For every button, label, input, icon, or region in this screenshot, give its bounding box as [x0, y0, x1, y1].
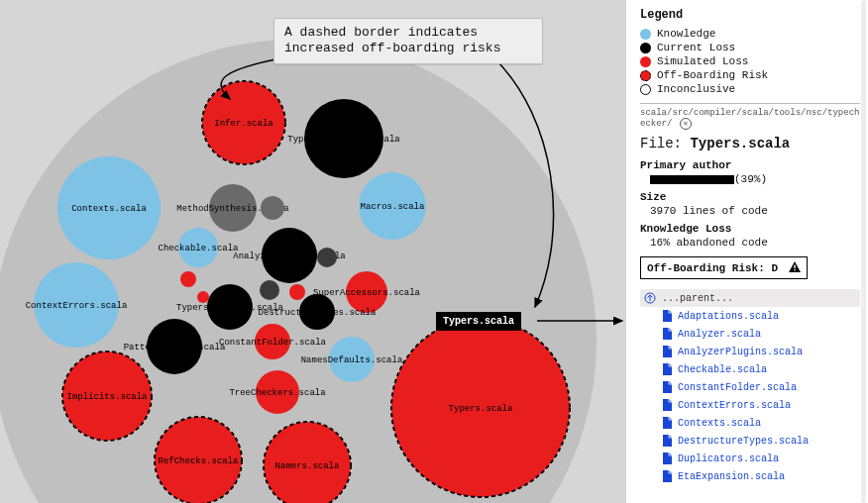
tree-file-label[interactable]: DestructureTypes.scala	[678, 436, 809, 447]
tree-file-row[interactable]: ConstantFolder.scala	[640, 378, 860, 396]
tree-file-row[interactable]: EtaExpansion.scala	[640, 467, 860, 485]
tree-file-label[interactable]: Analyzer.scala	[678, 329, 761, 340]
dashed-circle-icon	[640, 70, 651, 81]
legend-offboarding-risk: Off-Boarding Risk	[640, 69, 860, 81]
breadcrumb-path[interactable]: scala/src/compiler/scala/tools/nsc/typec…	[640, 108, 859, 129]
divider	[640, 103, 860, 104]
knowledge-loss-label: Knowledge Loss	[640, 223, 860, 235]
chart-bubble[interactable]	[147, 319, 202, 374]
legend-simulated-loss: Simulated Loss	[640, 55, 860, 67]
chart-bubble[interactable]	[34, 262, 119, 348]
tree-file-label[interactable]: EtaExpansion.scala	[678, 471, 785, 482]
tree-file-row[interactable]: Analyzer.scala	[640, 325, 860, 343]
chart-bubble[interactable]	[178, 228, 218, 267]
tree-parent-row[interactable]: ...parent...	[640, 289, 860, 307]
file-icon	[662, 381, 672, 393]
chart-bubble[interactable]	[202, 81, 285, 164]
legend-inconclusive: Inconclusive	[640, 83, 860, 95]
chart-bubble[interactable]	[262, 228, 317, 283]
tree-parent-label[interactable]: ...parent...	[662, 293, 733, 304]
tree-file-label[interactable]: Contexts.scala	[678, 418, 761, 429]
legend-label: Knowledge	[657, 28, 715, 40]
chart-bubble[interactable]	[180, 271, 196, 287]
svg-rect-2	[794, 269, 795, 270]
file-icon	[662, 328, 672, 340]
primary-author-value: (39%)	[650, 173, 860, 185]
chart-bubble[interactable]	[255, 324, 290, 359]
circle-icon	[640, 43, 651, 53]
close-icon[interactable]: ✕	[680, 118, 692, 130]
chart-bubble[interactable]	[317, 248, 337, 267]
legend-label: Inconclusive	[657, 83, 735, 95]
chart-bubble[interactable]	[260, 280, 279, 300]
tree-file-label[interactable]: Duplicators.scala	[678, 453, 779, 464]
tree-file-label[interactable]: ConstantFolder.scala	[678, 382, 797, 393]
redacted-text	[650, 175, 734, 184]
warning-icon	[789, 261, 801, 272]
file-icon	[662, 310, 672, 322]
callout-note: A dashed border indicates increased off-…	[273, 18, 543, 64]
legend-title: Legend	[640, 8, 860, 22]
file-tree[interactable]: ...parent... Adaptations.scalaAnalyzer.s…	[640, 289, 860, 485]
circle-icon	[640, 56, 651, 67]
chart-bubble[interactable]	[329, 337, 375, 382]
breadcrumb[interactable]: scala/src/compiler/scala/tools/nsc/typec…	[640, 108, 860, 130]
tree-file-row[interactable]: Duplicators.scala	[640, 450, 860, 467]
chart-bubble[interactable]	[346, 271, 387, 313]
selected-file-chip[interactable]: Typers.scala	[436, 312, 521, 331]
chart-bubble[interactable]	[256, 370, 299, 414]
chart-bubble[interactable]	[391, 319, 570, 497]
file-icon	[662, 346, 672, 357]
file-icon	[662, 470, 672, 482]
page-title: File: Typers.scala	[640, 136, 860, 151]
primary-author-label: Primary author	[640, 159, 860, 171]
tree-file-row[interactable]: Checkable.scala	[640, 360, 860, 378]
tree-file-label[interactable]: Checkable.scala	[678, 364, 767, 375]
legend-label: Simulated Loss	[657, 55, 748, 67]
svg-rect-1	[794, 265, 795, 269]
chart-bubble[interactable]	[155, 417, 242, 503]
chart-bubble[interactable]	[261, 196, 284, 220]
tree-file-row[interactable]: ContextErrors.scala	[640, 396, 860, 414]
legend-label: Current Loss	[657, 42, 735, 53]
up-arrow-icon	[644, 292, 656, 304]
chart-bubble[interactable]	[304, 99, 383, 178]
chart-bubble[interactable]	[289, 284, 305, 300]
file-icon	[662, 363, 672, 375]
legend-current-loss: Current Loss	[640, 42, 860, 53]
tree-file-row[interactable]: DestructureTypes.scala	[640, 432, 860, 450]
tree-file-row[interactable]: AnalyzerPlugins.scala	[640, 343, 860, 360]
circle-icon	[640, 29, 651, 40]
tree-file-label[interactable]: Adaptations.scala	[678, 311, 779, 322]
chart-bubble[interactable]	[207, 284, 253, 330]
size-value: 3970 lines of code	[650, 205, 860, 217]
file-icon	[662, 435, 672, 447]
size-label: Size	[640, 191, 860, 203]
tree-file-row[interactable]: Adaptations.scala	[640, 307, 860, 325]
chart-bubble[interactable]	[197, 291, 209, 303]
legend-label: Off-Boarding Risk	[657, 69, 768, 81]
tree-file-label[interactable]: ContextErrors.scala	[678, 400, 791, 411]
chart-bubble[interactable]	[359, 172, 426, 240]
tree-file-label[interactable]: AnalyzerPlugins.scala	[678, 347, 803, 357]
chart-bubble[interactable]	[62, 352, 152, 441]
legend-knowledge: Knowledge	[640, 28, 860, 40]
bubble-chart[interactable]: Infer.scalaTypeDiagnostics.scalaContexts…	[0, 0, 626, 503]
chart-bubble[interactable]	[209, 184, 257, 232]
file-icon	[662, 417, 672, 429]
file-icon	[662, 453, 672, 464]
knowledge-loss-value: 16% abandoned code	[650, 237, 860, 249]
chart-bubble[interactable]	[299, 294, 335, 330]
chart-bubble[interactable]	[57, 156, 161, 259]
tree-file-row[interactable]: Contexts.scala	[640, 414, 860, 432]
offboarding-risk-badge: Off-Boarding Risk: D	[640, 256, 808, 279]
circle-icon	[640, 84, 651, 95]
file-icon	[662, 399, 672, 411]
